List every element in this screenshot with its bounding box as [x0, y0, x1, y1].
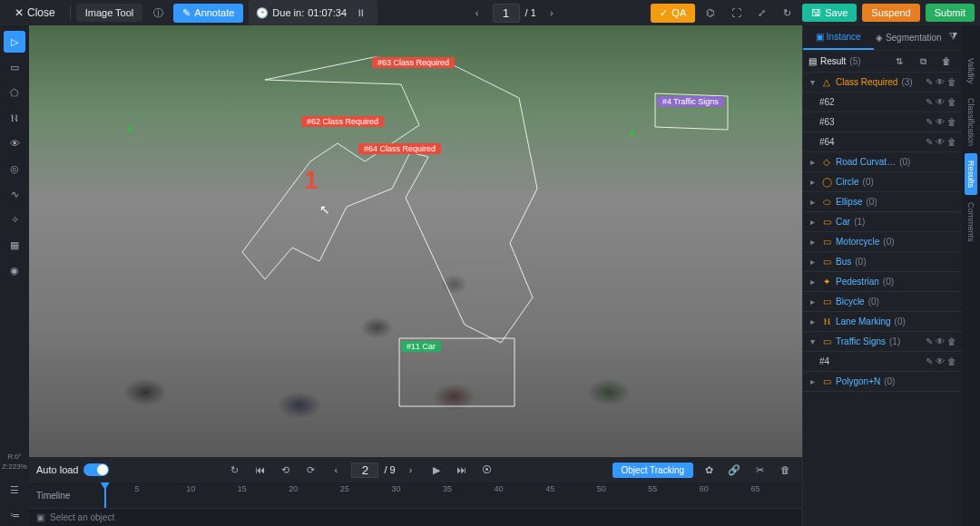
tool-magic[interactable]: ✧: [4, 209, 25, 230]
page-current-input[interactable]: [493, 4, 520, 23]
ann-label-63[interactable]: #63 Class Required: [372, 57, 455, 68]
result-group-road-curvat-[interactable]: ▸◇Road Curvat…(0): [803, 152, 962, 172]
result-item[interactable]: #4✎👁🗑: [803, 352, 962, 372]
ff-icon[interactable]: ⏭: [452, 460, 472, 480]
suspend-button[interactable]: Suspend: [862, 4, 919, 22]
result-group-ellipse[interactable]: ▸⬭Ellipse(0): [803, 192, 962, 212]
rewind-icon[interactable]: ⏮: [250, 460, 270, 480]
track-cut-icon[interactable]: ✂: [750, 460, 769, 480]
chevron-icon[interactable]: ▸: [810, 376, 818, 386]
track-link-icon[interactable]: 🔗: [724, 460, 744, 480]
result-group-motorcycle[interactable]: ▸▭Motorcycle(0): [803, 232, 962, 252]
chevron-icon[interactable]: ▸: [810, 197, 818, 207]
prev-page-icon[interactable]: ‹: [467, 3, 487, 23]
edit-icon[interactable]: ✎: [926, 336, 933, 346]
edit-icon[interactable]: ✎: [926, 77, 933, 87]
timeline[interactable]: Timeline 5101520253035404550556065: [29, 482, 802, 508]
tab-instance[interactable]: ▣ Instance: [803, 25, 874, 50]
delete-icon[interactable]: 🗑: [947, 356, 956, 366]
delete-icon[interactable]: 🗑: [947, 77, 956, 87]
loop-icon[interactable]: ↻: [224, 460, 244, 480]
tab-segmentation[interactable]: ◈ Segmentation: [874, 25, 945, 50]
ann-label-64[interactable]: #64 Class Required: [358, 143, 441, 154]
trash-icon[interactable]: 🗑: [936, 52, 956, 72]
eye-icon[interactable]: 👁: [936, 137, 945, 147]
eye-icon[interactable]: 👁: [936, 97, 945, 107]
qa-button[interactable]: ✓ QA: [651, 4, 695, 23]
result-group-lane-marking[interactable]: ▸ⲚLane Marking(0): [803, 312, 962, 332]
next-frame-icon[interactable]: ›: [401, 460, 421, 480]
object-tracking-button[interactable]: Object Tracking: [612, 463, 693, 478]
timeline-cursor[interactable]: [104, 482, 106, 508]
ann-label-4[interactable]: #4 Traffic Signs: [657, 96, 724, 107]
frame-input[interactable]: [351, 463, 378, 478]
eye-icon[interactable]: 👁: [936, 117, 945, 127]
result-item[interactable]: #63✎👁🗑: [803, 112, 962, 132]
result-group-class-required[interactable]: ▾△Class Required(3)✎👁🗑: [803, 73, 962, 93]
autoload-toggle[interactable]: [83, 463, 109, 476]
expand-icon[interactable]: ⛶: [726, 3, 746, 23]
filter-icon[interactable]: ⧩: [944, 25, 962, 45]
edit-icon[interactable]: ✎: [926, 137, 933, 147]
tool-curve[interactable]: ∿: [4, 183, 25, 205]
result-group-bus[interactable]: ▸▭Bus(0): [803, 252, 962, 272]
result-group-car[interactable]: ▸▭Car(1): [803, 212, 962, 232]
tool-gear[interactable]: ◉: [4, 259, 25, 281]
tool-eye[interactable]: 👁: [4, 132, 25, 154]
result-group-pedestrian[interactable]: ▸✦Pedestrian(0): [803, 272, 962, 292]
select-object-row[interactable]: ▣ Select an object: [29, 508, 802, 526]
chevron-icon[interactable]: ▸: [810, 157, 818, 167]
delete-icon[interactable]: 🗑: [947, 336, 956, 346]
step-fwd-icon[interactable]: ⟳: [300, 460, 320, 480]
delete-icon[interactable]: 🗑: [947, 117, 956, 127]
bug-icon[interactable]: ⌬: [701, 3, 720, 23]
tool-grid[interactable]: ▦: [4, 234, 25, 256]
copy-icon[interactable]: ⧉: [913, 52, 933, 72]
chevron-icon[interactable]: ▸: [810, 317, 818, 326]
timeline-track[interactable]: 5101520253035404550556065: [83, 482, 802, 508]
result-group-circle[interactable]: ▸◯Circle(0): [803, 172, 962, 192]
prev-frame-icon[interactable]: ‹: [326, 460, 346, 480]
next-page-icon[interactable]: ›: [542, 3, 562, 23]
step-back-icon[interactable]: ⟲: [275, 460, 295, 480]
save-button[interactable]: 🖫 Save: [802, 4, 857, 22]
vtab-results[interactable]: Results: [965, 153, 977, 195]
result-item[interactable]: #64✎👁🗑: [803, 132, 962, 152]
tool-menu[interactable]: ☰: [4, 479, 25, 501]
edit-icon[interactable]: ✎: [926, 97, 933, 107]
delete-icon[interactable]: 🗑: [947, 137, 956, 147]
eye-icon[interactable]: 👁: [936, 356, 945, 366]
annotate-button[interactable]: ✎ Annotate: [173, 4, 243, 23]
fullscreen-icon[interactable]: ⤢: [751, 3, 771, 23]
tool-poly[interactable]: ⬠: [4, 82, 25, 103]
chevron-icon[interactable]: ▸: [810, 177, 818, 187]
chevron-icon[interactable]: ▸: [810, 297, 818, 307]
tool-target[interactable]: ◎: [4, 158, 25, 180]
chevron-icon[interactable]: ▸: [810, 217, 818, 227]
result-group-traffic-signs[interactable]: ▾▭Traffic Signs(1)✎👁🗑: [803, 332, 962, 352]
pause-icon[interactable]: ⏸: [350, 3, 370, 23]
image-canvas[interactable]: #63 Class Required #62 Class Required #6…: [29, 25, 802, 457]
sort-icon[interactable]: ⇅: [889, 52, 909, 72]
submit-button[interactable]: Submit: [926, 4, 975, 22]
eye-icon[interactable]: 👁: [936, 336, 945, 346]
sync-icon[interactable]: ↻: [777, 3, 797, 23]
chevron-icon[interactable]: ▾: [810, 336, 818, 346]
result-group-polygon-n[interactable]: ▸▭Polygon+N(0): [803, 372, 962, 392]
result-group-bicycle[interactable]: ▸▭Bicycle(0): [803, 292, 962, 312]
vtab-comments[interactable]: Comments: [965, 195, 977, 249]
vtab-validity[interactable]: Validity: [965, 51, 977, 91]
tool-spline[interactable]: Ⲛ: [4, 107, 25, 129]
edit-icon[interactable]: ✎: [926, 356, 933, 366]
ann-label-11[interactable]: #11 Car: [401, 341, 441, 352]
track-delete-icon[interactable]: 🗑: [775, 460, 795, 480]
tool-rect[interactable]: ▭: [4, 56, 25, 78]
chevron-icon[interactable]: ▸: [810, 277, 818, 287]
result-item[interactable]: #62✎👁🗑: [803, 93, 962, 112]
play-icon[interactable]: ▶: [426, 460, 446, 480]
tool-cursor[interactable]: ▷: [4, 31, 25, 53]
close-button[interactable]: ✕ Close: [5, 3, 64, 23]
vtab-classification[interactable]: Classification: [965, 91, 977, 153]
delete-icon[interactable]: 🗑: [947, 97, 956, 107]
ann-label-62[interactable]: #62 Class Required: [301, 116, 384, 127]
